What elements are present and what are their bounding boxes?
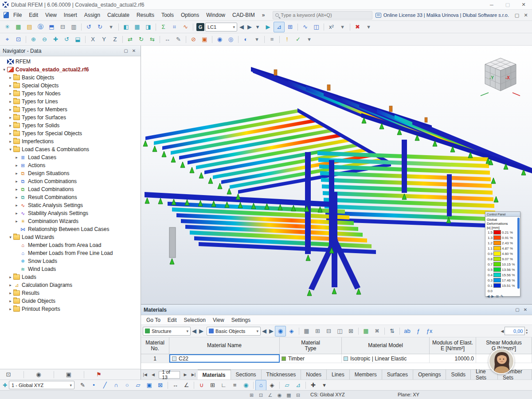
tree-item-result-combinations[interactable]: ▸ ⧉ Result Combinations xyxy=(0,193,141,201)
3d-viewport[interactable]: -Y -X Control Panel Global Deformations … xyxy=(141,46,532,304)
isometric-view-button[interactable]: ⬓ xyxy=(72,34,83,45)
tree-item-load-cases-and-combinations[interactable]: ▾ Load Cases & Combinations xyxy=(0,145,141,153)
material-name-cell[interactable]: C22 xyxy=(169,354,280,363)
structure-model[interactable] xyxy=(141,46,532,304)
tables-toggle-button[interactable]: ▦ xyxy=(132,22,143,32)
tree-item-rfem[interactable]: RFEM xyxy=(0,58,141,66)
tree-item-types-for-solids[interactable]: ▸ Types for Solids xyxy=(0,121,141,129)
float-panel-icon[interactable]: ▢ xyxy=(513,306,521,314)
grid-button[interactable]: ⊞ xyxy=(207,380,218,391)
undo-button[interactable]: ↺ xyxy=(83,22,94,32)
tree-item-model-file[interactable]: ▾ Covaleda_estado_actual2.rf6 xyxy=(0,66,141,74)
dimensions-button[interactable]: ↔ xyxy=(162,34,173,45)
tree-item-types-for-members[interactable]: ▸ Types for Members xyxy=(0,106,141,113)
spinner-down-icon[interactable]: ▾ xyxy=(526,331,528,334)
tree-item-member-loads-from-area-load[interactable]: ⌂ Member Loads from Area Load xyxy=(0,241,141,249)
dimension-button[interactable]: ↔ xyxy=(170,380,181,391)
result-panel-button[interactable]: ◫ xyxy=(311,22,322,32)
tree-item-load-cases[interactable]: ▸ ≣ Load Cases xyxy=(0,153,141,161)
materials-menu-go-to[interactable]: Go To xyxy=(143,315,164,325)
status-grid-icon[interactable]: ⊞ xyxy=(247,391,256,399)
panel-toggle-button[interactable]: ◨ xyxy=(143,22,154,32)
tree-item-calculation-diagrams[interactable]: ▸ ⊿ Calculation Diagrams xyxy=(0,281,141,289)
tree-expand-arrow[interactable]: ▸ xyxy=(14,203,19,207)
tree-expand-arrow[interactable]: ▸ xyxy=(14,187,19,192)
menu-cad-bim[interactable]: CAD-BIM xyxy=(229,10,258,21)
view-z-button[interactable]: Z xyxy=(110,34,121,45)
menu-options[interactable]: Options xyxy=(177,10,203,21)
open-model-button[interactable]: ▤ xyxy=(24,22,35,32)
tree-item-special-objects[interactable]: ▸ Special Objects xyxy=(0,82,141,90)
minimize-button[interactable]: ─ xyxy=(485,0,498,9)
tree-expand-arrow[interactable]: ▸ xyxy=(8,283,13,287)
camera-icon[interactable]: ▣ xyxy=(61,369,76,380)
tree-expand-arrow[interactable]: ▸ xyxy=(8,115,13,120)
insert-solid-button[interactable]: ▣ xyxy=(144,380,155,391)
table-edit-mode-button[interactable]: ◉ xyxy=(275,326,286,336)
panel-edit-icon[interactable]: ✎ xyxy=(501,294,504,298)
show-results-toggle[interactable]: ⊿ xyxy=(274,22,285,32)
material-model-cell[interactable]: Isotropic | Linear Elastic xyxy=(342,354,430,363)
last-page-button[interactable]: ▶| xyxy=(189,370,197,379)
prev-page-button[interactable]: ◀ xyxy=(149,370,157,379)
tree-expand-arrow[interactable]: ▾ xyxy=(8,235,13,239)
tree-item-guide-objects[interactable]: ▸ Guide Objects xyxy=(0,297,141,305)
tab-thicknesses[interactable]: Thicknesses xyxy=(262,370,301,380)
guidelines-button[interactable]: ≡ xyxy=(229,380,240,391)
materials-menu-selection[interactable]: Selection xyxy=(180,315,209,325)
result-menu-button[interactable]: ▾ xyxy=(337,22,348,32)
select-special-button[interactable]: ⊡ xyxy=(13,34,24,45)
tree-item-snow-loads[interactable]: ❄ Snow Loads xyxy=(0,257,141,265)
tree-expand-arrow[interactable]: ▸ xyxy=(14,179,19,184)
float-panel-icon[interactable]: ▢ xyxy=(122,47,130,55)
insert-circle-button[interactable]: ○ xyxy=(121,380,133,391)
object-snap-button[interactable]: ◉ xyxy=(240,380,251,391)
tree-item-load-combinations[interactable]: ▸ ⧉ Load Combinations xyxy=(0,185,141,193)
first-page-button[interactable]: |◀ xyxy=(141,370,149,379)
deformations-button[interactable]: ∿ xyxy=(300,22,311,32)
tree-expand-arrow[interactable]: ▸ xyxy=(14,211,19,215)
tree-item-wind-loads[interactable]: ≋ Wind Loads xyxy=(0,265,141,273)
table-category-select[interactable]: Basic Objects ▾ xyxy=(207,327,261,336)
table-view-3-button[interactable]: ⊟ xyxy=(323,326,334,336)
save-button[interactable]: ⬒ xyxy=(46,22,57,32)
result-values-button[interactable]: ⊞ xyxy=(285,22,296,32)
load-case-menu-button[interactable]: ▾ xyxy=(254,22,261,32)
tree-expand-arrow[interactable]: ▾ xyxy=(2,67,7,72)
status-angle-icon[interactable]: ∠ xyxy=(266,391,275,399)
annotations-button[interactable]: ✎ xyxy=(173,34,184,45)
menu-view[interactable]: View xyxy=(42,10,60,21)
tree-item-load-wizards[interactable]: ▾ Load Wizards xyxy=(0,233,141,241)
tree-item-stability-analysis-settings[interactable]: ▸ ∿ Stability Analysis Settings xyxy=(0,209,141,217)
menu-edit[interactable]: Edit xyxy=(25,10,42,21)
formula-edit-button[interactable]: ƒx xyxy=(424,326,435,336)
formula-button[interactable]: ƒ xyxy=(413,326,424,336)
tab-members[interactable]: Members xyxy=(350,370,382,380)
keyword-search[interactable] xyxy=(273,11,372,20)
display-properties-button[interactable]: ≡ xyxy=(266,34,278,45)
spinner-value[interactable]: 0,00 xyxy=(505,327,525,335)
tree-item-design-situations[interactable]: ▸ ⧉ Design Situations xyxy=(0,169,141,177)
panel-next-icon[interactable]: ▶ xyxy=(491,294,494,298)
menu-calculate[interactable]: Calculate xyxy=(104,10,133,21)
tree-item-relationship-between-load-cases[interactable]: ⋈ Relationship Between Load Cases xyxy=(0,225,141,233)
bim-link-button[interactable]: Ⓑ xyxy=(35,22,46,32)
tree-item-static-analysis-settings[interactable]: ▸ ∿ Static Analysis Settings xyxy=(0,201,141,209)
materials-header[interactable]: Materials ▢ ✕ xyxy=(141,305,532,315)
user-visibility-button[interactable]: ◎ xyxy=(225,34,236,45)
tree-expand-arrow[interactable]: ▸ xyxy=(8,91,13,96)
tree-expand-arrow[interactable]: ▸ xyxy=(8,139,13,144)
graphic-printout-icon[interactable]: ⊡ xyxy=(1,369,16,380)
move-copy-button[interactable]: ⇄ xyxy=(125,34,136,45)
material-type-cell[interactable]: Timber xyxy=(280,354,342,363)
delete-results-menu-button[interactable]: ▾ xyxy=(363,22,374,32)
view-y-button[interactable]: Y xyxy=(98,34,110,45)
tree-expand-arrow[interactable]: ▾ xyxy=(8,147,13,152)
spinner-left-icon[interactable]: ◀ xyxy=(501,329,504,333)
materials-menu-settings[interactable]: Settings xyxy=(228,315,254,325)
insert-surface-button[interactable]: ▱ xyxy=(133,380,144,391)
check-model-button[interactable]: ✓ xyxy=(293,34,304,45)
user-avatar[interactable] xyxy=(489,348,514,374)
tab-lines[interactable]: Lines xyxy=(327,370,350,380)
materials-column-header[interactable]: Material Name xyxy=(169,337,280,354)
